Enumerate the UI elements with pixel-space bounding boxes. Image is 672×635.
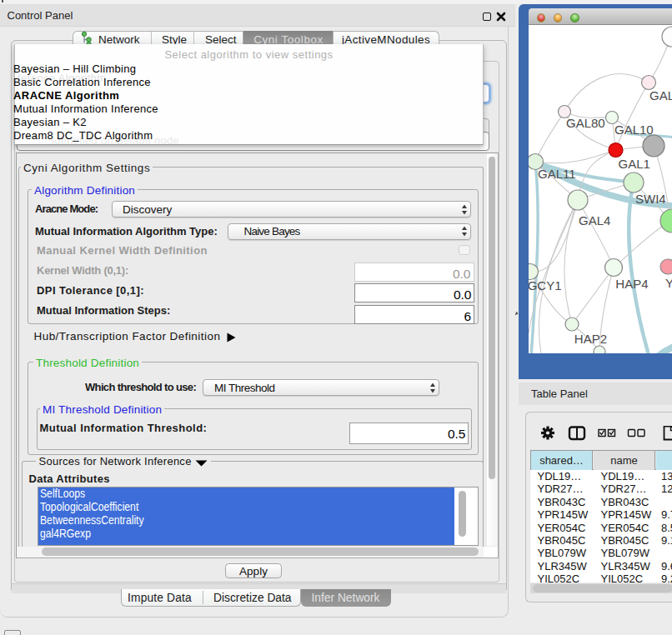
svg-text:GCY1: GCY1 (529, 278, 562, 292)
svg-text:GAL10: GAL10 (614, 122, 654, 137)
svg-text:Y: Y (665, 276, 672, 290)
svg-text:GAL4: GAL4 (579, 213, 610, 228)
svg-text:HAP4: HAP4 (615, 277, 648, 291)
svg-text:GAL11: GAL11 (538, 167, 576, 181)
svg-text:HAP2: HAP2 (574, 332, 607, 346)
svg-text:GAL8: GAL8 (649, 88, 672, 102)
svg-text:SWI4: SWI4 (635, 192, 666, 206)
svg-text:GAL80: GAL80 (566, 116, 605, 130)
svg-text:GAL1: GAL1 (619, 157, 650, 171)
